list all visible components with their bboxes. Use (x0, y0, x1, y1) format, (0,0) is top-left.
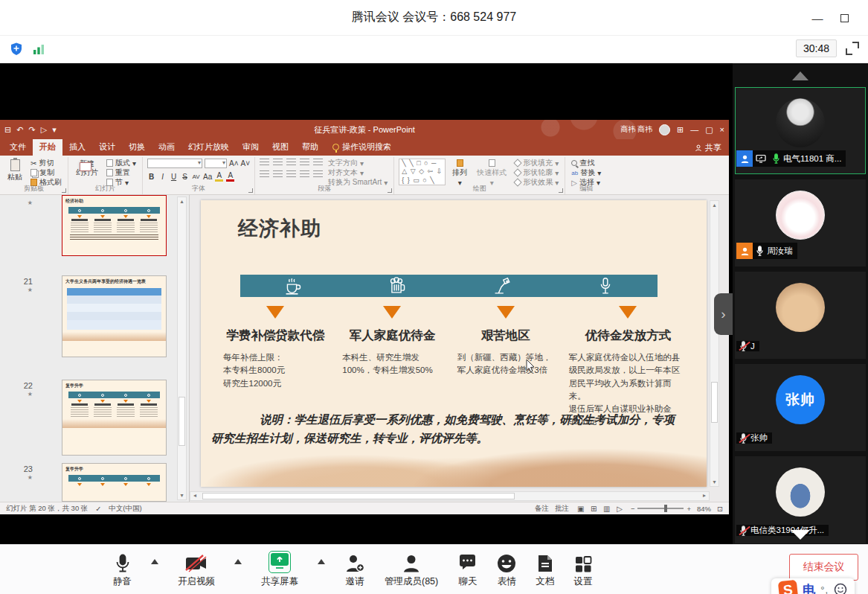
cut-button[interactable]: ✂剪切 (29, 159, 63, 167)
font-name-dropdown[interactable] (147, 159, 202, 168)
copy-button[interactable]: 复制 (29, 168, 63, 177)
settings-button[interactable]: 设置 (573, 552, 592, 588)
italic-button[interactable]: I (158, 173, 167, 181)
participant-tile[interactable]: 周汝瑞 (735, 179, 866, 266)
language-indicator[interactable]: 中文(中国) (109, 504, 141, 514)
ime-emoji-icon[interactable] (834, 583, 847, 594)
tab-slideshow[interactable]: 幻灯片放映 (181, 139, 236, 156)
zoom-out-icon[interactable]: − (631, 505, 635, 513)
line-spacing-button[interactable] (313, 159, 323, 167)
sogou-logo-icon[interactable]: S (778, 579, 798, 594)
shrink-font-button[interactable]: A˅ (241, 159, 251, 167)
share-screen-button[interactable]: 共享屏幕 (261, 552, 298, 588)
tab-file[interactable]: 文件 (3, 139, 33, 156)
notes-button[interactable]: 备注 (535, 504, 549, 514)
start-video-button[interactable]: 开启视频 (178, 552, 215, 588)
decrease-indent-button[interactable] (286, 159, 296, 167)
fit-slide-icon[interactable]: ⊡ (717, 505, 723, 513)
zoom-level[interactable]: 84% (697, 505, 711, 513)
paragraph-dialog-launcher[interactable] (388, 188, 392, 193)
tab-design[interactable]: 设计 (92, 139, 122, 156)
canvas-vertical-scrollbar[interactable]: ▴ ▾ (710, 200, 719, 487)
tab-help[interactable]: 帮助 (295, 139, 325, 156)
participant-tile[interactable]: J (735, 272, 866, 359)
shape-fill-button[interactable]: 形状填充▾ (513, 159, 560, 167)
participants-scroll-up-arrow[interactable] (792, 71, 808, 80)
bullets-button[interactable] (260, 159, 269, 167)
undo-icon[interactable]: ↶ (16, 125, 23, 135)
font-size-dropdown[interactable] (205, 159, 227, 168)
ppt-minimize-icon[interactable]: — (690, 125, 698, 134)
maximize-button[interactable] (837, 10, 852, 25)
thumbnail-scrollbar[interactable]: ▴ ▾ (177, 197, 187, 500)
scroll-up-arrow[interactable]: ▴ (178, 198, 186, 205)
align-text-button[interactable]: 对齐文本▾ (327, 168, 389, 177)
mute-button[interactable]: 静音 (113, 552, 132, 588)
save-icon[interactable]: ⊟ (4, 125, 11, 135)
ribbon-display-options-icon[interactable]: ⊞ (677, 125, 684, 135)
replace-button[interactable]: ab替换▾ (570, 168, 602, 177)
tab-insert[interactable]: 插入 (62, 139, 92, 156)
fullscreen-icon[interactable] (846, 42, 859, 55)
change-case-button[interactable]: Aa (203, 173, 212, 181)
drawing-dialog-launcher[interactable] (559, 188, 563, 193)
participants-scroll-down-arrow[interactable] (791, 530, 810, 540)
sidebar-collapse-handle[interactable]: › (714, 293, 733, 335)
ime-mode-indicator[interactable]: 电 (803, 581, 815, 594)
ime-toolbar[interactable]: S 电 °, (771, 578, 855, 594)
align-right-button[interactable] (286, 170, 296, 179)
reading-view-icon[interactable]: ▥ (601, 505, 612, 513)
clipboard-dialog-launcher[interactable] (62, 188, 66, 193)
scrollbar-thumb[interactable] (179, 397, 185, 446)
justify-button[interactable] (300, 170, 309, 179)
bold-button[interactable]: B (147, 173, 155, 181)
tab-view[interactable]: 视图 (266, 139, 295, 156)
layout-button[interactable]: 版式▾ (105, 159, 138, 167)
zoom-in-icon[interactable]: + (687, 505, 691, 513)
grow-font-button[interactable]: A˄ (229, 159, 239, 167)
mute-options-arrow[interactable] (151, 559, 158, 564)
increase-indent-button[interactable] (300, 159, 309, 167)
text-direction-button[interactable]: 文字方向▾ (327, 159, 389, 167)
slideshow-icon[interactable]: ▷ (614, 505, 625, 513)
scrollbar-thumb[interactable] (202, 493, 515, 499)
minimize-button[interactable]: — (810, 10, 825, 25)
end-meeting-button[interactable]: 结束会议 (789, 554, 858, 581)
docs-button[interactable]: 文档 (536, 552, 554, 588)
align-center-button[interactable] (273, 170, 283, 179)
video-options-arrow[interactable] (234, 559, 242, 564)
align-left-button[interactable] (260, 170, 269, 179)
font-color-button[interactable]: A (226, 171, 234, 182)
emoji-button[interactable]: 表情 (497, 552, 516, 588)
invite-button[interactable]: 邀请 (344, 552, 365, 588)
highlight-color-button[interactable]: A (215, 171, 223, 182)
redo-icon[interactable]: ↷ (28, 125, 35, 135)
ppt-close-icon[interactable]: × (720, 125, 724, 134)
participant-tile[interactable]: 张帅 张帅 (735, 364, 866, 451)
spellcheck-icon[interactable]: ✓ (95, 505, 101, 513)
tab-home[interactable]: 开始 (33, 139, 62, 156)
new-slide-button[interactable]: 新建 幻灯片 (73, 159, 101, 177)
paste-button[interactable]: 粘贴 (4, 159, 25, 182)
scroll-down-arrow[interactable]: ▾ (178, 492, 186, 499)
thumbnail-slide-21[interactable]: 大学生义务兵两年享受的经济待遇一览表 (62, 275, 167, 357)
char-spacing-button[interactable]: AV (192, 173, 200, 180)
share-options-arrow[interactable] (318, 559, 325, 564)
ppt-share-button[interactable]: 共享 (695, 142, 721, 153)
reset-button[interactable]: 重置 (105, 168, 138, 177)
shape-gallery[interactable]: ╲ ╲ □ ○ ─ △ ▽ ◇ ⇦ ⇩ { } ▭ ○ ╲ (399, 159, 446, 185)
network-signal-icon[interactable] (31, 42, 46, 57)
tab-animations[interactable]: 动画 (152, 139, 181, 156)
underline-button[interactable]: U (170, 173, 178, 181)
ppt-account-avatar[interactable] (659, 124, 670, 135)
security-shield-icon[interactable] (9, 42, 24, 57)
customize-qat-icon[interactable]: ▾ (52, 125, 57, 135)
tab-transitions[interactable]: 切换 (122, 139, 152, 156)
thumbnail-slide-20[interactable]: 经济补助 (62, 195, 167, 256)
manage-members-button[interactable]: 管理成员(85) (385, 552, 438, 588)
font-dialog-launcher[interactable] (248, 188, 253, 193)
normal-view-icon[interactable]: ▣ (575, 505, 586, 513)
slide-sorter-icon[interactable]: ⊞ (588, 505, 599, 513)
thumbnail-slide-22[interactable]: 复学升学 (62, 380, 167, 456)
shape-outline-button[interactable]: 形状轮廓▾ (513, 168, 560, 177)
